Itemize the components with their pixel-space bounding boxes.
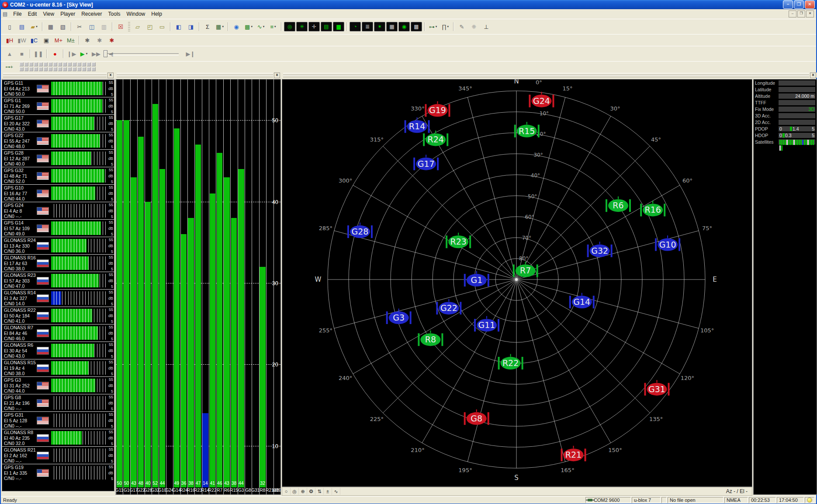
menu-edit[interactable]: Edit	[25, 10, 40, 18]
minimize-button[interactable]: –	[783, 0, 793, 9]
open-file-button[interactable]: ▰▾	[28, 21, 40, 32]
menu-help[interactable]: Help	[148, 10, 165, 18]
new-file-button[interactable]: ▯	[4, 21, 15, 32]
hotstart-button[interactable]: ▮H	[4, 35, 15, 45]
sky-satellite-R16[interactable]: R16	[640, 201, 665, 217]
cut-button[interactable]: ✂	[74, 21, 85, 32]
satlist-pane-grip[interactable]: x	[2, 72, 114, 78]
sky-satellite-R14[interactable]: R14	[405, 117, 430, 133]
satellite-row-G19[interactable]: GPS G19 El 1 Az 335 C/N0 --.-55dB5	[2, 464, 114, 481]
sky-satellite-R22[interactable]: R22	[498, 354, 523, 370]
camera-view-button[interactable]: ◔	[350, 22, 361, 31]
menu-tools[interactable]: Tools	[105, 10, 124, 18]
chart-pane-grip[interactable]: x	[115, 72, 281, 78]
docking-table-button[interactable]: ▤	[321, 22, 332, 31]
sort-toggle-button[interactable]: ⇅	[315, 488, 324, 495]
reset-receiver-button[interactable]: ▣	[41, 35, 52, 45]
deviation-map-button[interactable]: ◎	[284, 22, 295, 31]
pause-button[interactable]: ❚❚	[33, 48, 44, 59]
satellite-row-G1[interactable]: GPS G1 El 71 Az 269 C/N0 50.055dB5	[2, 97, 114, 114]
packet-console-button[interactable]: ✶	[374, 22, 385, 31]
satellite-row-R21[interactable]: GLONASS R21 El 2 Az 162 C/N0 --.-55dB5	[2, 446, 114, 464]
binary-console-button[interactable]: ▦	[386, 22, 398, 31]
satlist-close-icon[interactable]: x	[107, 72, 114, 78]
google-earth-button[interactable]: ◉	[231, 21, 242, 32]
satellite-row-G24[interactable]: GPS G24 El 4 Az 8 C/N0 --.-55dB5	[2, 202, 114, 219]
playback-slider[interactable]	[104, 53, 179, 55]
connect-port-dropdown-icon[interactable]: ▾	[436, 25, 437, 28]
satellite-row-R23[interactable]: GLONASS R23 El 57 Az 303 C/N0 47.055dB5	[2, 272, 114, 289]
table-view-button[interactable]: ▦▾	[214, 21, 225, 32]
sky-satellite-G28[interactable]: G28	[347, 223, 373, 238]
sky-satellite-G8[interactable]: G8	[464, 409, 489, 425]
compass-view-button[interactable]: ✛	[308, 22, 320, 31]
enable-messages-button[interactable]: M+	[53, 35, 64, 45]
sky-satellite-G1[interactable]: G1	[464, 271, 489, 287]
map-view-button[interactable]: ▩▾	[243, 21, 254, 32]
statistic-view-button[interactable]: Σ	[202, 21, 213, 32]
satellite-row-G11[interactable]: GPS G11 El 64 Az 213 C/N0 50.055dB5	[2, 79, 114, 97]
message-plug-icon[interactable]: ⊶+	[3, 62, 15, 72]
sky-satellite-G3[interactable]: G3	[386, 309, 412, 324]
sky-satellite-G31[interactable]: G31	[644, 380, 670, 396]
satellite-row-R14[interactable]: GLONASS R14 El 3 Az 327 C/N0 14.055dB5	[2, 289, 114, 307]
antenna-tool-button[interactable]: ⊥	[481, 21, 492, 32]
mdi-restore-button[interactable]: ❐	[797, 10, 805, 17]
skyview-close-icon[interactable]: x	[810, 72, 816, 78]
firmware-tool-button[interactable]: ❈	[468, 21, 480, 32]
new-text-file-button[interactable]: ▭	[156, 21, 168, 32]
satellite-row-G22[interactable]: GPS G22 El 55 Az 247 C/N0 48.055dB5	[2, 132, 114, 149]
satellite-row-G14[interactable]: GPS G14 El 57 Az 109 C/N0 49.055dB5	[2, 219, 114, 237]
open-file-dropdown-icon[interactable]: ▾	[36, 25, 38, 28]
projection-toggle-2-button[interactable]: ◎	[291, 488, 299, 495]
connect-port-button[interactable]: ⊶▾	[427, 21, 439, 32]
table-view-dropdown-icon[interactable]: ▾	[222, 25, 224, 28]
menu-window[interactable]: Window	[124, 10, 149, 18]
satellite-row-G31[interactable]: GPS G31 El 5 Az 128 C/N0 --.-55dB5	[2, 411, 114, 429]
split-view-vertical-button[interactable]: ◨	[185, 21, 197, 32]
satellite-row-G10[interactable]: GPS G10 El 16 Az 77 C/N0 44.055dB5	[2, 184, 114, 202]
copy-button[interactable]: ◫	[86, 21, 97, 32]
sky-satellite-R8[interactable]: R8	[418, 331, 443, 346]
sky-satellite-G11[interactable]: G11	[474, 316, 499, 332]
warmstart-button[interactable]: ▮W	[16, 35, 28, 45]
histogram-view-button[interactable]: ≡▾	[267, 21, 279, 32]
satellite-row-G3[interactable]: GPS G3 El 31 Az 252 C/N0 44.055dB5	[2, 376, 114, 394]
world-overlay-button[interactable]: ⊕	[299, 488, 307, 495]
chart-close-icon[interactable]: x	[274, 72, 280, 78]
fast-forward-button[interactable]: ▶▶	[90, 48, 102, 59]
record-button[interactable]: ●	[49, 48, 61, 59]
satellite-row-R16[interactable]: GLONASS R16 El 17 Az 63 C/N0 38.055dB5	[2, 254, 114, 272]
split-view-horizontal-button[interactable]: ◧	[173, 21, 184, 32]
satellite-row-R6[interactable]: GLONASS R6 El 30 Az 54 C/N0 43.055dB5	[2, 342, 114, 359]
messages-view-button[interactable]: ▩	[411, 22, 422, 31]
receiver-config-button[interactable]: ✱	[106, 35, 118, 45]
baudrate-button[interactable]: ∏▾	[440, 21, 451, 32]
autobauding-button[interactable]: ✎	[456, 21, 467, 32]
sky-view-button[interactable]: ✳	[296, 22, 308, 31]
chart-view-button[interactable]: ∿▾	[255, 21, 267, 32]
histogram-view-dropdown-icon[interactable]: ▾	[274, 25, 276, 28]
new-database-file-button[interactable]: ◰	[144, 21, 156, 32]
sky-satellite-R6[interactable]: R6	[606, 197, 631, 212]
mdi-minimize-button[interactable]: –	[789, 10, 796, 17]
discard-file-button[interactable]: ☒	[115, 21, 126, 32]
chart-view-dropdown-icon[interactable]: ▾	[263, 25, 265, 28]
menu-view[interactable]: View	[40, 10, 57, 18]
satellite-row-G28[interactable]: GPS G28 El 12 Az 287 C/N0 40.055dB5	[2, 149, 114, 167]
menu-receiver[interactable]: Receiver	[78, 10, 105, 18]
sky-satellite-G14[interactable]: G14	[569, 293, 595, 309]
skip-to-end-button[interactable]: ▶❙	[185, 48, 196, 59]
baudrate-dropdown-icon[interactable]: ▾	[447, 25, 449, 28]
file-config-button[interactable]: ✱	[94, 35, 105, 45]
menu-player[interactable]: Player	[57, 10, 78, 18]
sky-satellite-G22[interactable]: G22	[436, 299, 461, 315]
poll-messages-button[interactable]: M±	[65, 35, 76, 45]
mdi-close-button[interactable]: ✕	[806, 10, 814, 17]
sky-satellite-G19[interactable]: G19	[425, 101, 450, 117]
satellite-dots-button[interactable]: ❂	[307, 488, 315, 495]
menu-file[interactable]: File	[10, 10, 24, 18]
print-button[interactable]: ▦	[45, 21, 56, 32]
satellite-row-G8[interactable]: GPS G8 El 21 Az 196 C/N0 --.-55dB5	[2, 394, 114, 411]
save-file-button[interactable]: ▤	[16, 21, 28, 32]
